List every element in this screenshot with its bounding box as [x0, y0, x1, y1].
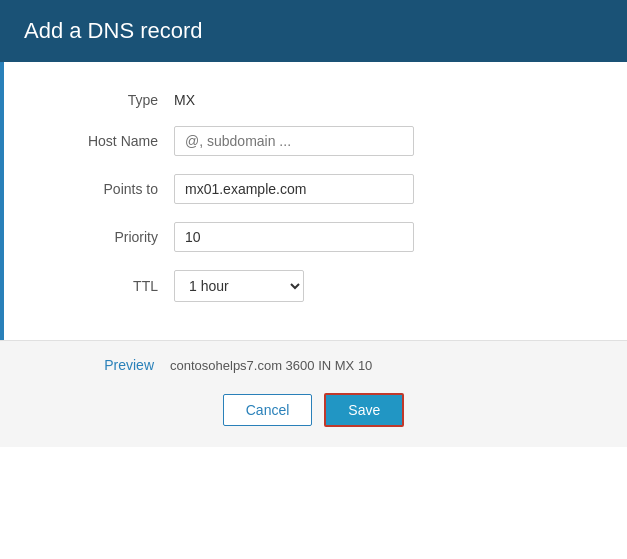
priority-input[interactable]: [174, 222, 414, 252]
ttl-label: TTL: [64, 278, 174, 294]
preview-value: contosohelps7.com 3600 IN MX 10: [170, 358, 372, 373]
save-button[interactable]: Save: [324, 393, 404, 427]
preview-label: Preview: [60, 357, 170, 373]
type-label: Type: [64, 92, 174, 108]
page-title: Add a DNS record: [24, 18, 603, 44]
ttl-select[interactable]: Automatic 30 minutes 1 hour 6 hours 12 h…: [174, 270, 304, 302]
ttl-row: TTL Automatic 30 minutes 1 hour 6 hours …: [64, 270, 567, 302]
priority-label: Priority: [64, 229, 174, 245]
points-to-row: Points to: [64, 174, 567, 204]
type-row: Type MX: [64, 92, 567, 108]
hostname-input[interactable]: [174, 126, 414, 156]
form-container: Type MX Host Name Points to Priority TTL…: [0, 62, 627, 340]
points-to-label: Points to: [64, 181, 174, 197]
hostname-row: Host Name: [64, 126, 567, 156]
preview-section: Preview contosohelps7.com 3600 IN MX 10 …: [0, 340, 627, 447]
priority-row: Priority: [64, 222, 567, 252]
points-to-input[interactable]: [174, 174, 414, 204]
preview-row: Preview contosohelps7.com 3600 IN MX 10: [60, 357, 567, 373]
hostname-label: Host Name: [64, 133, 174, 149]
type-value: MX: [174, 92, 195, 108]
header: Add a DNS record: [0, 0, 627, 62]
cancel-button[interactable]: Cancel: [223, 394, 313, 426]
button-row: Cancel Save: [60, 389, 567, 427]
